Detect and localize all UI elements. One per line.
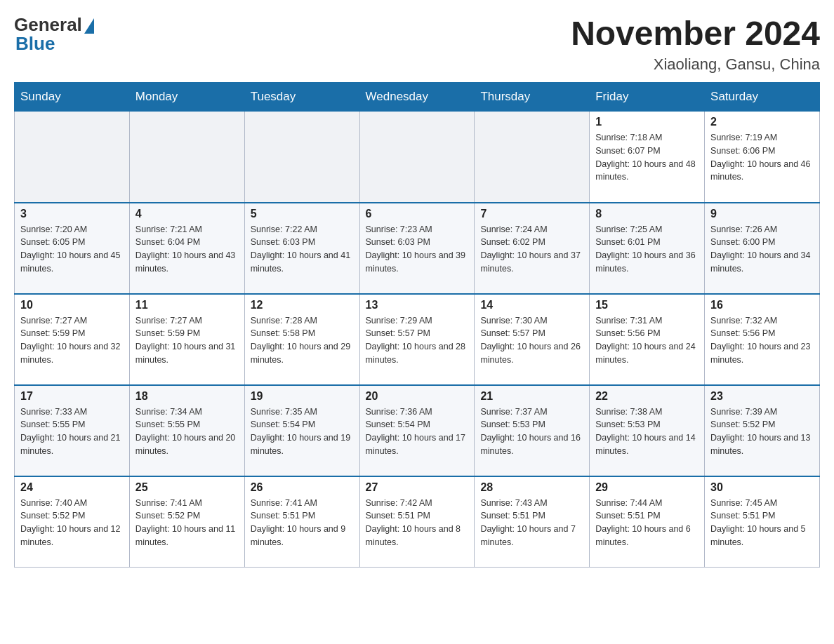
calendar-cell: 10Sunrise: 7:27 AM Sunset: 5:59 PM Dayli… [15, 294, 130, 385]
day-number: 7 [480, 208, 583, 220]
calendar-cell: 2Sunrise: 7:19 AM Sunset: 6:06 PM Daylig… [705, 112, 820, 203]
day-number: 23 [710, 390, 814, 403]
day-number: 29 [595, 481, 699, 494]
calendar-table: Sunday Monday Tuesday Wednesday Thursday… [14, 82, 820, 568]
calendar-cell: 29Sunrise: 7:44 AM Sunset: 5:51 PM Dayli… [590, 476, 705, 568]
day-info: Sunrise: 7:19 AM Sunset: 6:06 PM Dayligh… [710, 131, 814, 184]
day-number: 5 [251, 208, 354, 220]
day-info: Sunrise: 7:41 AM Sunset: 5:51 PM Dayligh… [251, 497, 354, 549]
logo-blue-text: Blue [15, 33, 55, 55]
day-number: 15 [595, 299, 699, 311]
day-info: Sunrise: 7:20 AM Sunset: 6:05 PM Dayligh… [20, 223, 124, 276]
title-area: November 2024 Xiaoliang, Gansu, China [571, 14, 820, 74]
calendar-cell: 21Sunrise: 7:37 AM Sunset: 5:53 PM Dayli… [475, 385, 590, 476]
day-number: 13 [366, 299, 469, 311]
day-info: Sunrise: 7:27 AM Sunset: 5:59 PM Dayligh… [135, 314, 239, 367]
calendar-cell [244, 112, 359, 203]
day-number: 25 [135, 481, 239, 494]
day-info: Sunrise: 7:29 AM Sunset: 5:57 PM Dayligh… [366, 314, 469, 367]
day-info: Sunrise: 7:34 AM Sunset: 5:55 PM Dayligh… [135, 405, 239, 458]
calendar-cell: 5Sunrise: 7:22 AM Sunset: 6:03 PM Daylig… [244, 203, 359, 294]
day-number: 22 [595, 390, 699, 403]
calendar-cell: 6Sunrise: 7:23 AM Sunset: 6:03 PM Daylig… [359, 203, 475, 294]
calendar-cell [475, 112, 590, 203]
day-info: Sunrise: 7:43 AM Sunset: 5:51 PM Dayligh… [480, 497, 583, 549]
day-info: Sunrise: 7:18 AM Sunset: 6:07 PM Dayligh… [595, 131, 699, 184]
day-info: Sunrise: 7:39 AM Sunset: 5:52 PM Dayligh… [710, 405, 814, 458]
calendar-cell: 23Sunrise: 7:39 AM Sunset: 5:52 PM Dayli… [705, 385, 820, 476]
day-number: 14 [480, 299, 583, 311]
col-saturday: Saturday [705, 83, 820, 112]
day-number: 24 [20, 481, 124, 494]
calendar-header-row: Sunday Monday Tuesday Wednesday Thursday… [15, 83, 820, 112]
day-info: Sunrise: 7:36 AM Sunset: 5:54 PM Dayligh… [366, 405, 469, 458]
calendar-cell: 14Sunrise: 7:30 AM Sunset: 5:57 PM Dayli… [475, 294, 590, 385]
calendar-cell: 13Sunrise: 7:29 AM Sunset: 5:57 PM Dayli… [359, 294, 475, 385]
day-info: Sunrise: 7:23 AM Sunset: 6:03 PM Dayligh… [366, 223, 469, 276]
calendar-week-3: 10Sunrise: 7:27 AM Sunset: 5:59 PM Dayli… [15, 294, 820, 385]
col-thursday: Thursday [475, 83, 590, 112]
day-info: Sunrise: 7:21 AM Sunset: 6:04 PM Dayligh… [135, 223, 239, 276]
calendar-cell: 19Sunrise: 7:35 AM Sunset: 5:54 PM Dayli… [244, 385, 359, 476]
calendar-cell [359, 112, 475, 203]
location-subtitle: Xiaoliang, Gansu, China [571, 55, 820, 74]
calendar-cell: 16Sunrise: 7:32 AM Sunset: 5:56 PM Dayli… [705, 294, 820, 385]
calendar-cell: 7Sunrise: 7:24 AM Sunset: 6:02 PM Daylig… [475, 203, 590, 294]
logo: General Blue [14, 14, 94, 55]
day-number: 11 [135, 299, 239, 311]
day-number: 3 [20, 208, 124, 220]
day-info: Sunrise: 7:24 AM Sunset: 6:02 PM Dayligh… [480, 223, 583, 276]
col-monday: Monday [129, 83, 244, 112]
day-number: 2 [710, 116, 814, 128]
day-number: 1 [595, 116, 699, 128]
calendar-cell: 4Sunrise: 7:21 AM Sunset: 6:04 PM Daylig… [129, 203, 244, 294]
calendar-cell: 22Sunrise: 7:38 AM Sunset: 5:53 PM Dayli… [590, 385, 705, 476]
day-number: 28 [480, 481, 583, 494]
calendar-week-4: 17Sunrise: 7:33 AM Sunset: 5:55 PM Dayli… [15, 385, 820, 476]
day-info: Sunrise: 7:42 AM Sunset: 5:51 PM Dayligh… [366, 497, 469, 549]
day-number: 20 [366, 390, 469, 403]
day-info: Sunrise: 7:26 AM Sunset: 6:00 PM Dayligh… [710, 223, 814, 276]
day-info: Sunrise: 7:22 AM Sunset: 6:03 PM Dayligh… [251, 223, 354, 276]
day-number: 12 [251, 299, 354, 311]
calendar-cell: 30Sunrise: 7:45 AM Sunset: 5:51 PM Dayli… [705, 476, 820, 568]
calendar-cell: 17Sunrise: 7:33 AM Sunset: 5:55 PM Dayli… [15, 385, 130, 476]
day-info: Sunrise: 7:37 AM Sunset: 5:53 PM Dayligh… [480, 405, 583, 458]
calendar-cell [129, 112, 244, 203]
calendar-cell: 8Sunrise: 7:25 AM Sunset: 6:01 PM Daylig… [590, 203, 705, 294]
day-info: Sunrise: 7:28 AM Sunset: 5:58 PM Dayligh… [251, 314, 354, 367]
day-info: Sunrise: 7:30 AM Sunset: 5:57 PM Dayligh… [480, 314, 583, 367]
day-number: 9 [710, 208, 814, 220]
day-info: Sunrise: 7:44 AM Sunset: 5:51 PM Dayligh… [595, 497, 699, 549]
calendar-cell: 27Sunrise: 7:42 AM Sunset: 5:51 PM Dayli… [359, 476, 475, 568]
day-info: Sunrise: 7:33 AM Sunset: 5:55 PM Dayligh… [20, 405, 124, 458]
day-number: 18 [135, 390, 239, 403]
col-sunday: Sunday [15, 83, 130, 112]
day-number: 17 [20, 390, 124, 403]
col-wednesday: Wednesday [359, 83, 475, 112]
day-info: Sunrise: 7:31 AM Sunset: 5:56 PM Dayligh… [595, 314, 699, 367]
day-number: 21 [480, 390, 583, 403]
logo-triangle-icon [84, 18, 94, 34]
calendar-cell: 20Sunrise: 7:36 AM Sunset: 5:54 PM Dayli… [359, 385, 475, 476]
day-info: Sunrise: 7:32 AM Sunset: 5:56 PM Dayligh… [710, 314, 814, 367]
calendar-cell: 11Sunrise: 7:27 AM Sunset: 5:59 PM Dayli… [129, 294, 244, 385]
day-number: 30 [710, 481, 814, 494]
calendar-cell: 12Sunrise: 7:28 AM Sunset: 5:58 PM Dayli… [244, 294, 359, 385]
day-info: Sunrise: 7:45 AM Sunset: 5:51 PM Dayligh… [710, 497, 814, 549]
calendar-cell: 15Sunrise: 7:31 AM Sunset: 5:56 PM Dayli… [590, 294, 705, 385]
calendar-cell: 25Sunrise: 7:41 AM Sunset: 5:52 PM Dayli… [129, 476, 244, 568]
month-title: November 2024 [571, 14, 820, 53]
col-friday: Friday [590, 83, 705, 112]
day-info: Sunrise: 7:25 AM Sunset: 6:01 PM Dayligh… [595, 223, 699, 276]
calendar-week-1: 1Sunrise: 7:18 AM Sunset: 6:07 PM Daylig… [15, 112, 820, 203]
day-number: 27 [366, 481, 469, 494]
calendar-week-2: 3Sunrise: 7:20 AM Sunset: 6:05 PM Daylig… [15, 203, 820, 294]
day-number: 6 [366, 208, 469, 220]
day-number: 10 [20, 299, 124, 311]
day-number: 26 [251, 481, 354, 494]
day-number: 16 [710, 299, 814, 311]
calendar-cell: 18Sunrise: 7:34 AM Sunset: 5:55 PM Dayli… [129, 385, 244, 476]
day-info: Sunrise: 7:40 AM Sunset: 5:52 PM Dayligh… [20, 497, 124, 549]
calendar-week-5: 24Sunrise: 7:40 AM Sunset: 5:52 PM Dayli… [15, 476, 820, 568]
